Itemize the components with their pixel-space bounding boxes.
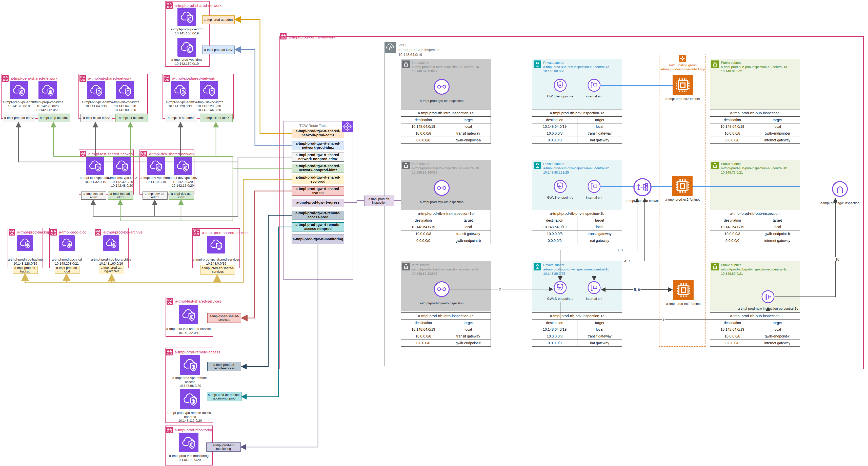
tgw-attachment-chip: a-tmpl-prod-att-monitoring [206, 442, 241, 452]
gwlb-endpoint-label: GWLB-endpoint-b [541, 196, 579, 200]
vpc-label: a-tmpl-prod-vpc-edmz10.141.160.0/19 [165, 27, 208, 35]
nat-gateway-icon [761, 290, 775, 304]
organizational-unit-icon [163, 75, 170, 82]
organizational-unit-icon [166, 2, 173, 9]
vpc-name: a-tmpl-prod-vpc-remote-access [169, 376, 211, 384]
eni-icon [587, 179, 601, 193]
subnet-lock-icon [711, 162, 719, 169]
vpc-icon [207, 236, 225, 254]
subnet-lock-icon [402, 162, 410, 169]
tgw-attachment-label: a-tmpl-prod-tgw-att-inspection [401, 301, 482, 305]
vpc-cidr: 10.148.96.0/20 [169, 384, 211, 388]
vpc-name: a-tmpl-prod-vpc-cicd [48, 258, 86, 262]
account-cluster-title: a-tmpl-prod-shared-network [175, 3, 219, 8]
connector-line [775, 199, 835, 297]
subnet-cidr: 10.148.88.128/25 [543, 170, 621, 175]
tgw-attachment-chip: a-tmpl-nit-att-edmz [81, 114, 113, 122]
organizational-unit-icon [80, 151, 86, 157]
flow-step-label: 5, 6 [633, 288, 641, 292]
subnet-type: Intra subnet [412, 263, 489, 267]
vpc-label: a-tmpl-prod-vpc-monitoring10.148.192.0/2… [162, 454, 215, 462]
vpc-icon [385, 42, 396, 53]
eni-label: internal eni [579, 94, 609, 98]
transit-gateway-icon [342, 121, 353, 132]
vpc-icon [180, 389, 200, 409]
vpc-label: a-tmpl-prod-vpc-backup10.148.128.0/19 [6, 258, 44, 265]
tgw-attachment-chip: a-tmpl-prod-att-cicd [55, 266, 80, 274]
vpc-cidr: 10.148.32.0/19 [164, 331, 215, 335]
tgw-inspection-icon [832, 180, 848, 197]
vpc-icon [10, 81, 28, 99]
account-cluster-title: a-tmpl-test-shared-network [88, 152, 143, 156]
subnet-header: Private subneta-tmpl-prod-sub-priv-inspe… [543, 162, 621, 175]
vpc-icon [86, 157, 104, 175]
vpc-label: a-tmpl-prep-vpc-idmz10.142.96.0/2010.142… [28, 100, 67, 112]
vpc-label: a-tmpl-test-vpc-shared-services10.148.32… [164, 327, 215, 335]
subnet-cidr: 10.148.89.192/27 [412, 272, 489, 276]
vpc-cidr: 10.142.48.0/20 [103, 184, 141, 188]
account-cluster-title: a-tmpl-prod-monitoring [175, 428, 222, 432]
tgw-attachment-chip: a-tmpl-prod-att-edmz [202, 15, 235, 24]
account-cluster-title: a-tmpl-prod-shared-services [202, 230, 250, 235]
tgw-attachment-icon [433, 179, 450, 196]
tgw-attachment-chip: a-tmpl-dev-att-idmz [168, 192, 194, 200]
vpc-name: a-tmpl-dev-vpc-idmz [164, 176, 202, 180]
organizational-unit-icon [2, 75, 9, 82]
vpc-type-label: VPC [398, 43, 500, 47]
tgw-attachment-icon [433, 281, 450, 298]
vpc-name: a-tmpl-prep-vpc-idmz [28, 100, 67, 104]
vpc-icon [200, 81, 218, 99]
vpc-cidr: 10.142.64.0/20 [105, 104, 145, 108]
subnet-header: Intra subneta-tmpl-prod-sub-intra-inspec… [412, 263, 489, 276]
vpc-cidr: 10.148.0.0/19 [190, 262, 242, 266]
connector-line [242, 215, 291, 367]
flow-step-label: 3, 8 [616, 248, 623, 252]
subnet-lock-icon [534, 263, 541, 270]
auto-scaling-group-icon [679, 55, 686, 62]
vpc-cidr: 10.142.16.0/20 [164, 184, 202, 188]
vpc-cidr: 10.142.32.0/20 [103, 180, 141, 184]
vpc-icon [103, 235, 119, 251]
subnet-name: a-tmpl-prod-sub-priv-inspection-eu-centr… [543, 166, 621, 170]
eni-label: internal eni [579, 196, 609, 200]
account-cluster-title: a-tmpl-perp-shared-network [11, 76, 80, 80]
eni-icon [587, 78, 601, 92]
vpc-icon [38, 81, 57, 99]
vpc-name: a-tmpl-prod-vpc-idmz [165, 58, 208, 62]
vpc-cidr: 10.142.160.0/19 [165, 62, 208, 66]
tgw-attachment-chip: a-tmpl-prep-att-idmz [38, 113, 70, 122]
organizational-unit-icon [166, 349, 173, 356]
vpc-cidr: 10.142.80.0/20 [105, 108, 145, 112]
subnet-cidr: 10.148.64.0/21 [721, 69, 798, 74]
subnet-type: Intra subnet [412, 61, 489, 65]
vpc-icon [178, 8, 196, 26]
subnet-name: a-tmpl-prod-sub-intra-inspection-eu-cent… [412, 267, 489, 272]
subnet-type: Public subnet [721, 263, 798, 267]
vpc-name: a-tmpl-prod-vpc-backup [6, 258, 44, 262]
vpc-icon [180, 355, 200, 375]
vpc-name: a-tmpl-test-vpc-shared-services [164, 327, 215, 331]
account-cluster-title: a-tmpl-nit-shared-network [88, 76, 157, 80]
vpc-name: a-tmpl-prod-vpc-shared-services [190, 258, 242, 262]
account-cluster-title: a-tmpl-prod-log-archive [103, 230, 138, 234]
flow-step-label: 4, 7 [623, 259, 631, 263]
organizational-unit-icon [50, 229, 57, 236]
gateway-load-balancer-label: a-tmpl-prod-elb-firewall [615, 199, 670, 203]
vpc-label: a-tmpl-prod-vpc-remote-access-nonprod10.… [166, 411, 214, 423]
subnet-type: Private subnet [543, 263, 621, 267]
tgw-attachment-chip: a-tmpl-dev-att-edmz [143, 192, 167, 200]
tgw-attachment-chip: a-tmpl-sit-att-edmz [165, 114, 197, 122]
tgw-attachment-chip: a-tmpl-prod-att-inspection [364, 196, 394, 206]
vpc-icon [179, 433, 198, 452]
subnet-type: Private subnet [543, 61, 621, 65]
vpc-cidr: 10.142.112.0/20 [28, 108, 67, 112]
connector-line [54, 156, 233, 168]
gwlb-endpoint-icon [553, 281, 567, 295]
vpc-label: a-tmpl-prod-vpc-remote-access10.148.96.0… [169, 376, 211, 388]
account-cluster-title: a-tmpl-test-shared-services [175, 299, 223, 303]
subnet-cidr: 10.148.89.0/25 [543, 272, 621, 276]
gateway-load-balancer-icon [633, 177, 652, 197]
vpc-header: VPCa-tmpl-prod-vpc-inspection10.148.64.0… [398, 43, 500, 57]
subnet-lock-icon [534, 162, 541, 169]
tgw-inspection-label: a-tmpl-prod-tgw-inspection [812, 201, 868, 205]
